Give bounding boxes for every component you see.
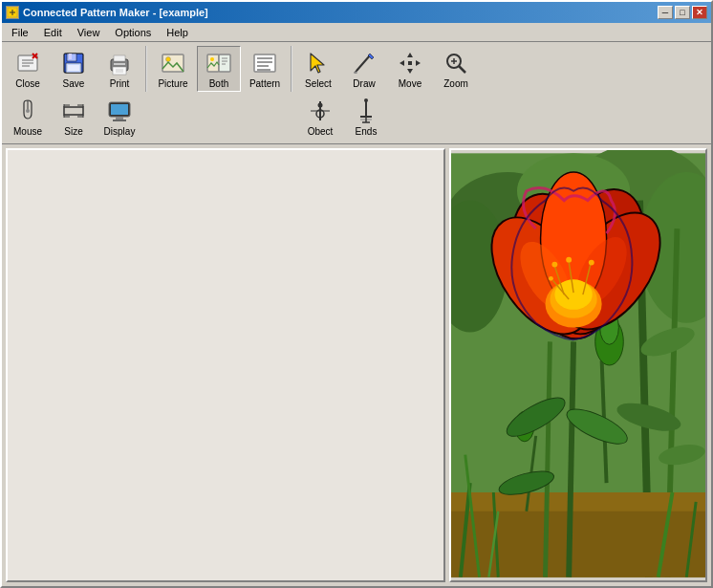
svg-marker-35 [368,54,374,59]
left-panel [6,148,445,582]
move-button[interactable]: Move [388,46,432,92]
zoom-button[interactable]: Zoom [434,46,478,92]
svg-point-105 [566,257,572,263]
title-bar-left: Connected Pattern Maker - [example] [6,6,208,19]
display-icon [106,98,133,124]
svg-rect-16 [114,55,125,61]
toolbar: Close Save [2,42,711,144]
menu-help[interactable]: Help [159,25,196,40]
move-label: Move [399,78,421,89]
svg-point-68 [364,98,368,102]
svg-rect-59 [111,104,128,115]
menu-file[interactable]: File [4,25,36,40]
content-area [2,144,711,586]
svg-rect-60 [116,117,123,120]
svg-point-64 [318,102,323,107]
svg-point-24 [210,57,214,61]
close-icon [14,50,41,76]
pattern-label: Pattern [249,78,280,89]
both-button[interactable]: Both [197,46,241,92]
draw-button[interactable]: Draw [342,46,386,92]
toolbar-row-2: Mouse Size [6,94,707,142]
save-button[interactable]: Save [52,46,96,92]
close-label: Close [15,78,40,89]
zoom-label: Zoom [443,78,468,89]
picture-label: Picture [158,78,187,89]
picture-button[interactable]: Picture [151,46,195,92]
svg-marker-40 [400,60,404,66]
svg-line-34 [356,55,370,71]
svg-rect-61 [113,120,126,121]
svg-point-107 [589,260,594,266]
ends-label: Ends [356,126,378,137]
pattern-icon [251,50,278,76]
svg-point-21 [166,56,171,61]
svg-marker-33 [311,54,324,73]
mouse-icon [14,98,41,124]
svg-rect-11 [69,54,72,59]
svg-point-48 [26,109,30,113]
svg-marker-39 [407,69,413,74]
move-icon [397,50,423,76]
svg-rect-20 [162,54,184,72]
both-icon [205,50,232,76]
separator-1 [145,46,147,92]
save-icon [60,50,87,76]
select-label: Select [305,78,332,89]
object-icon [307,98,334,124]
menu-view[interactable]: View [70,25,108,40]
title-bar: Connected Pattern Maker - [example] ─ □ … [2,2,711,23]
save-label: Save [63,78,85,89]
menu-edit[interactable]: Edit [36,25,70,40]
draw-icon [351,50,378,76]
toolbar-row-1: Close Save [6,44,707,94]
svg-line-44 [459,66,465,73]
display-label: Display [104,126,136,137]
app-icon [6,6,19,19]
svg-rect-49 [64,107,83,115]
svg-marker-38 [407,53,413,57]
svg-rect-17 [113,67,126,75]
print-button[interactable]: Print [97,46,141,92]
svg-rect-42 [408,61,412,65]
select-button[interactable]: Select [296,46,340,92]
main-window: Connected Pattern Maker - [example] ─ □ … [0,0,713,588]
print-label: Print [110,78,130,89]
ends-icon [353,98,379,124]
picture-icon [160,50,186,76]
svg-rect-28 [254,54,275,72]
menu-bar: File Edit View Options Help [2,23,711,42]
size-icon [60,98,87,124]
separator-2 [291,46,292,92]
svg-point-109 [549,276,553,281]
window-title: Connected Pattern Maker - [example] [23,7,208,18]
close-button[interactable]: Close [6,46,50,92]
print-icon [106,50,133,76]
pattern-button[interactable]: Pattern [243,46,287,92]
svg-rect-23 [219,54,230,72]
size-label: Size [64,126,82,137]
close-window-button[interactable]: ✕ [692,6,707,19]
svg-point-103 [551,262,557,268]
svg-rect-15 [114,63,125,65]
svg-marker-41 [416,60,421,66]
svg-rect-13 [68,65,79,71]
zoom-icon [443,50,469,76]
flower-image [451,150,705,580]
ends-button[interactable]: Ends [344,94,388,140]
maximize-button[interactable]: □ [675,6,690,19]
object-label: Obect [308,126,334,137]
display-button[interactable]: Display [97,94,141,140]
right-panel [449,148,707,582]
object-button[interactable]: Obect [298,94,342,140]
mouse-button[interactable]: Mouse [6,94,50,140]
size-button[interactable]: Size [52,94,96,140]
both-label: Both [209,78,229,89]
mouse-label: Mouse [13,126,42,137]
minimize-button[interactable]: ─ [658,6,673,19]
select-icon [305,50,332,76]
svg-point-37 [354,72,357,74]
draw-label: Draw [353,78,375,89]
menu-options[interactable]: Options [107,25,159,40]
title-controls: ─ □ ✕ [658,6,707,19]
